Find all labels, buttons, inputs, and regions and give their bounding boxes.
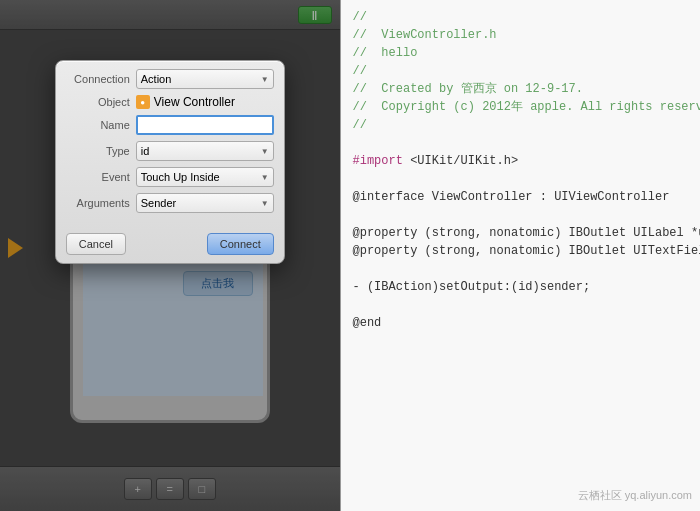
type-label: Type bbox=[66, 145, 136, 157]
storyboard-panel: || 点击我 bbox=[0, 0, 340, 511]
connect-button[interactable]: Connect bbox=[207, 233, 274, 255]
name-input[interactable] bbox=[136, 115, 274, 135]
code-line: @end bbox=[353, 314, 688, 332]
code-line: // hello bbox=[353, 44, 688, 62]
modal-overlay: Connection Action ▼ Object bbox=[0, 0, 340, 511]
event-label: Event bbox=[66, 171, 136, 183]
type-select[interactable]: id ▼ bbox=[136, 141, 274, 161]
type-arrow: ▼ bbox=[261, 147, 269, 156]
code-line: // bbox=[353, 116, 688, 134]
code-line: // Copyright (c) 2012年 apple. All rights… bbox=[353, 98, 688, 116]
code-line: // Created by 管西京 on 12-9-17. bbox=[353, 80, 688, 98]
code-line: #import <UIKit/UIKit.h> bbox=[353, 152, 688, 170]
code-line bbox=[353, 170, 688, 188]
code-line bbox=[353, 134, 688, 152]
watermark: 云栖社区 yq.aliyun.com bbox=[578, 488, 692, 503]
modal-body: Connection Action ▼ Object bbox=[56, 61, 284, 227]
modal-footer: Cancel Connect bbox=[56, 227, 284, 263]
connection-arrow: ▼ bbox=[261, 75, 269, 84]
arguments-select[interactable]: Sender ▼ bbox=[136, 193, 274, 213]
code-line: - (IBAction)setOutput:(id)sender; bbox=[353, 278, 688, 296]
connection-label: Connection bbox=[66, 73, 136, 85]
connection-dialog: Connection Action ▼ Object bbox=[55, 60, 285, 264]
code-editor[interactable]: // // ViewController.h // hello // // Cr… bbox=[341, 0, 700, 481]
event-field[interactable]: Touch Up Inside ▼ bbox=[136, 167, 274, 187]
connection-select[interactable]: Action ▼ bbox=[136, 69, 274, 89]
event-row: Event Touch Up Inside ▼ bbox=[66, 167, 274, 187]
event-arrow: ▼ bbox=[261, 173, 269, 182]
type-row: Type id ▼ bbox=[66, 141, 274, 161]
object-icon: ● bbox=[136, 95, 150, 109]
code-line bbox=[353, 206, 688, 224]
arguments-row: Arguments Sender ▼ bbox=[66, 193, 274, 213]
code-line: @property (strong, nonatomic) IBOutlet U… bbox=[353, 242, 688, 260]
name-field[interactable] bbox=[136, 115, 274, 135]
connection-row: Connection Action ▼ bbox=[66, 69, 274, 89]
arguments-field[interactable]: Sender ▼ bbox=[136, 193, 274, 213]
code-line: @interface ViewController : UIViewContro… bbox=[353, 188, 688, 206]
code-line: // bbox=[353, 8, 688, 26]
object-display: ● View Controller bbox=[136, 95, 274, 109]
name-label: Name bbox=[66, 119, 136, 131]
cancel-button[interactable]: Cancel bbox=[66, 233, 126, 255]
object-row: Object ● View Controller bbox=[66, 95, 274, 109]
connection-field[interactable]: Action ▼ bbox=[136, 69, 274, 89]
code-line bbox=[353, 260, 688, 278]
code-line: // ViewController.h bbox=[353, 26, 688, 44]
type-field[interactable]: id ▼ bbox=[136, 141, 274, 161]
object-label: Object bbox=[66, 96, 136, 108]
event-select[interactable]: Touch Up Inside ▼ bbox=[136, 167, 274, 187]
code-line: // bbox=[353, 62, 688, 80]
object-field: ● View Controller bbox=[136, 95, 274, 109]
code-line bbox=[353, 296, 688, 314]
code-line: @property (strong, nonatomic) IBOutlet U… bbox=[353, 224, 688, 242]
name-row: Name bbox=[66, 115, 274, 135]
code-editor-panel: // // ViewController.h // hello // // Cr… bbox=[341, 0, 700, 511]
arguments-label: Arguments bbox=[66, 197, 136, 209]
arguments-arrow: ▼ bbox=[261, 199, 269, 208]
